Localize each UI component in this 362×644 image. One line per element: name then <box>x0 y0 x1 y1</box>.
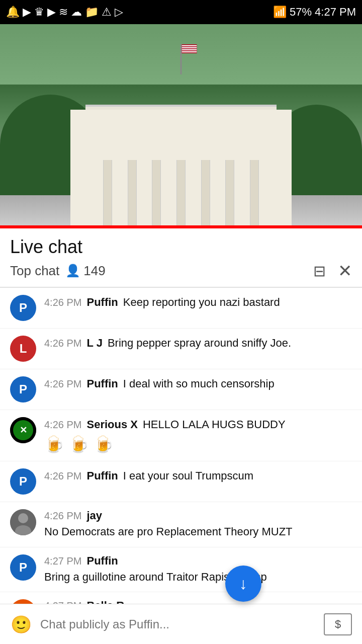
header-actions: ⊟ ✕ <box>313 261 352 281</box>
message-content: 4:26 PM Puffin I deal with so much censo… <box>44 376 352 394</box>
dollar-icon: $ <box>335 618 341 631</box>
status-bar: 🔔 ▶ ♛ ▶ ≋ ☁ 📁 ⚠ ▷ 📶 57% 4:27 PM <box>0 0 362 24</box>
message-time: 4:26 PM <box>44 338 81 349</box>
column-6 <box>225 160 234 225</box>
column-3 <box>152 160 161 225</box>
viewer-count-number: 149 <box>83 263 105 279</box>
message-author: Puffin <box>86 554 118 568</box>
chat-message: 4:26 PM jay No Democrats are pro Replace… <box>0 502 362 547</box>
chat-messages-list: P 4:26 PM Puffin Keep reporting you nazi… <box>0 288 362 644</box>
message-meta: 4:26 PM Puffin I deal with so much censo… <box>44 376 352 392</box>
top-chat-label: Top chat <box>10 263 59 279</box>
message-time: 4:26 PM <box>44 510 81 522</box>
column-4 <box>176 160 186 225</box>
viewer-count: 👤 149 <box>65 263 105 279</box>
person-icon: 👤 <box>65 264 80 278</box>
youtube-icon: ▶ <box>23 6 31 19</box>
top-chat-info: Top chat 👤 149 <box>10 263 106 279</box>
message-meta: 4:26 PM Puffin Keep reporting you nazi b… <box>44 295 352 310</box>
avatar <box>10 509 36 535</box>
notification-icon: 🔔 <box>6 6 20 19</box>
signal-icon: ≋ <box>59 6 68 19</box>
message-meta: 4:26 PM Serious X HELLO LALA HUGS BUDDY <box>44 417 352 433</box>
avatar: L <box>10 336 36 362</box>
message-author: jay <box>86 509 102 522</box>
chat-message: ✕ 4:26 PM Serious X HELLO LALA HUGS BUDD… <box>0 410 362 461</box>
video-columns <box>96 155 266 225</box>
chat-message: P 4:26 PM Puffin Keep reporting you nazi… <box>0 288 362 329</box>
close-icon[interactable]: ✕ <box>338 261 352 281</box>
chat-message: P 4:27 PM Puffin Bring a guillotine arou… <box>0 547 362 593</box>
chat-message: L 4:26 PM L J Bring pepper spray around … <box>0 329 362 369</box>
column-5 <box>201 160 210 225</box>
message-text: HELLO LALA HUGS BUDDY <box>143 417 286 433</box>
message-time: 4:26 PM <box>44 378 81 390</box>
super-chat-button[interactable]: $ <box>322 611 354 637</box>
message-text: I eat your soul Trumpscum <box>123 468 253 484</box>
time-display: 4:27 PM <box>315 6 356 19</box>
top-chat-row: Top chat 👤 149 ⊟ ✕ <box>10 261 352 281</box>
message-text: I deal with so much censorship <box>123 376 275 392</box>
message-content: 4:27 PM Puffin Bring a guillotine around… <box>44 554 352 585</box>
send-box-icon: $ <box>324 613 352 635</box>
crown-icon: ♛ <box>34 6 44 19</box>
message-text: No Democrats are pro Replacement Theory … <box>44 524 352 540</box>
message-time: 4:26 PM <box>44 297 81 308</box>
svg-point-4 <box>18 513 28 523</box>
message-time: 4:26 PM <box>44 470 81 482</box>
message-meta: 4:26 PM Puffin I eat your soul Trumpscum <box>44 468 352 484</box>
avatar: P <box>10 295 36 321</box>
message-content: 4:26 PM Serious X HELLO LALA HUGS BUDDY … <box>44 417 352 454</box>
chat-message: P 4:26 PM Puffin I deal with so much cen… <box>0 369 362 410</box>
message-author: L J <box>86 337 102 350</box>
message-time: 4:26 PM <box>44 419 81 431</box>
message-content: 4:26 PM jay No Democrats are pro Replace… <box>44 509 352 540</box>
video-building-main <box>70 110 292 225</box>
message-text: Bring pepper spray around sniffy Joe. <box>108 336 291 351</box>
message-meta: 4:27 PM Puffin <box>44 554 352 568</box>
column-7 <box>250 160 259 225</box>
scroll-to-bottom-button[interactable]: ↓ <box>225 566 261 602</box>
live-chat-title: Live chat <box>10 236 352 258</box>
live-chat-header: Live chat Top chat 👤 149 ⊟ ✕ <box>0 228 362 287</box>
column-2 <box>128 160 137 225</box>
warning-icon: ⚠ <box>102 6 112 19</box>
cloud-icon: ☁ <box>71 6 82 19</box>
svg-text:✕: ✕ <box>20 425 27 435</box>
avatar: P <box>10 468 36 495</box>
status-icons: 🔔 ▶ ♛ ▶ ≋ ☁ 📁 ⚠ ▷ <box>6 6 123 19</box>
message-meta: 4:26 PM jay <box>44 509 352 522</box>
avatar: ✕ <box>10 417 36 443</box>
message-content: 4:26 PM Puffin Keep reporting you nazi b… <box>44 295 352 312</box>
message-text: Bring a guillotine around Traitor Rapist… <box>44 570 352 585</box>
play-icon: ▷ <box>115 6 123 19</box>
emoji-button[interactable]: 🙂 <box>8 611 34 637</box>
youtube2-icon: ▶ <box>47 6 56 19</box>
message-author: Puffin <box>86 377 118 390</box>
scroll-down-arrow: ↓ <box>239 575 247 593</box>
avatar: P <box>10 554 36 581</box>
filter-icon[interactable]: ⊟ <box>313 262 326 280</box>
flag-container <box>180 44 182 74</box>
column-1 <box>103 160 112 225</box>
chat-input-field[interactable] <box>40 611 316 637</box>
message-meta: 4:26 PM L J Bring pepper spray around sn… <box>44 336 352 351</box>
chat-message: P 4:26 PM Puffin I eat your soul Trumpsc… <box>0 461 362 502</box>
message-content: 4:26 PM Puffin I eat your soul Trumpscum <box>44 468 352 486</box>
chat-input-bar: 🙂 $ <box>0 604 362 644</box>
message-time: 4:27 PM <box>44 555 81 567</box>
message-author: Puffin <box>86 469 118 482</box>
message-text: Keep reporting you nazi bastard <box>123 295 280 310</box>
video-player[interactable] <box>0 24 362 225</box>
wifi-signal-icon: 📶 <box>273 6 287 19</box>
folder-icon: 📁 <box>85 6 99 19</box>
message-author: Puffin <box>86 296 118 309</box>
battery-text: 57% <box>290 6 312 19</box>
avatar: P <box>10 376 36 403</box>
message-author: Serious X <box>86 418 137 431</box>
status-right: 📶 57% 4:27 PM <box>273 6 356 19</box>
message-emoji: 🍺 🍺 🍺 <box>44 435 352 454</box>
message-content: 4:26 PM L J Bring pepper spray around sn… <box>44 336 352 353</box>
us-flag <box>182 44 197 53</box>
